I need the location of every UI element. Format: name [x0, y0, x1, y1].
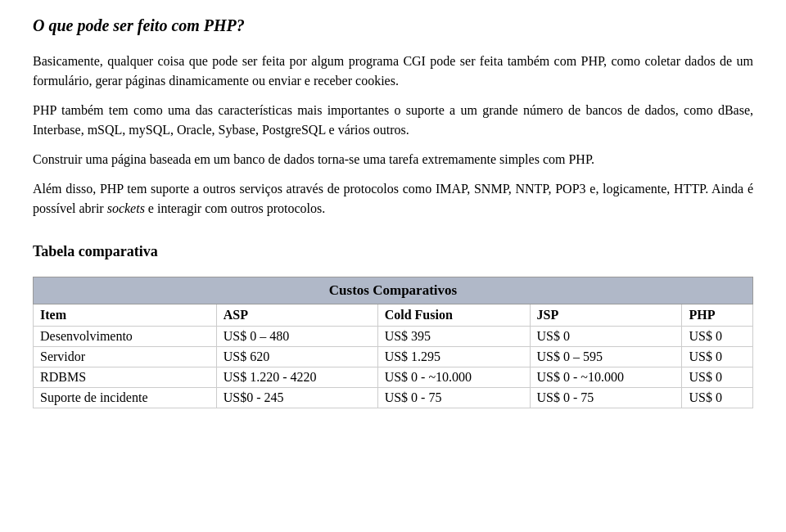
- column-header-row: Item ASP Cold Fusion JSP PHP: [34, 304, 753, 327]
- table-row: Servidor US$ 620 US$ 1.295 US$ 0 – 595 U…: [34, 347, 753, 367]
- row-desenvolvimento-jsp: US$ 0: [530, 327, 682, 347]
- row-rdbms-jsp: US$ 0 - ~10.000: [530, 367, 682, 388]
- row-servidor-cf: US$ 1.295: [377, 347, 530, 367]
- paragraph-3: Construir uma página baseada em um banco…: [33, 150, 753, 169]
- row-suporte-label: Suporte de incidente: [34, 388, 217, 408]
- table-row: Desenvolvimento US$ 0 – 480 US$ 395 US$ …: [34, 327, 753, 347]
- row-rdbms-php: US$ 0: [682, 367, 753, 388]
- section-title: Tabela comparativa: [33, 243, 753, 260]
- row-servidor-label: Servidor: [34, 347, 217, 367]
- row-rdbms-cf: US$ 0 - ~10.000: [377, 367, 530, 388]
- page-title: O que pode ser feito com PHP?: [33, 16, 753, 35]
- row-servidor-php: US$ 0: [682, 347, 753, 367]
- comparison-table: Custos Comparativos Item ASP Cold Fusion…: [33, 277, 753, 408]
- row-rdbms-asp: US$ 1.220 - 4220: [216, 367, 377, 388]
- col-header-jsp: JSP: [530, 304, 682, 327]
- row-suporte-jsp: US$ 0 - 75: [530, 388, 682, 408]
- row-suporte-cf: US$ 0 - 75: [377, 388, 530, 408]
- row-servidor-asp: US$ 620: [216, 347, 377, 367]
- table-wrapper: Custos Comparativos Item ASP Cold Fusion…: [33, 277, 753, 408]
- col-header-php: PHP: [682, 304, 753, 327]
- row-desenvolvimento-cf: US$ 395: [377, 327, 530, 347]
- row-desenvolvimento-label: Desenvolvimento: [34, 327, 217, 347]
- table-header-row: Custos Comparativos: [34, 277, 753, 304]
- row-desenvolvimento-asp: US$ 0 – 480: [216, 327, 377, 347]
- table-row: Suporte de incidente US$0 - 245 US$ 0 - …: [34, 388, 753, 408]
- row-rdbms-label: RDBMS: [34, 367, 217, 388]
- paragraph-1: Basicamente, qualquer coisa que pode ser…: [33, 52, 753, 91]
- row-desenvolvimento-php: US$ 0: [682, 327, 753, 347]
- paragraph-2: PHP também tem como uma das característi…: [33, 101, 753, 140]
- row-servidor-jsp: US$ 0 – 595: [530, 347, 682, 367]
- row-suporte-php: US$ 0: [682, 388, 753, 408]
- row-suporte-asp: US$0 - 245: [216, 388, 377, 408]
- col-header-coldfusion: Cold Fusion: [377, 304, 530, 327]
- table-row: RDBMS US$ 1.220 - 4220 US$ 0 - ~10.000 U…: [34, 367, 753, 388]
- col-header-asp: ASP: [216, 304, 377, 327]
- table-header-cell: Custos Comparativos: [34, 277, 753, 304]
- paragraph-4: Além disso, PHP tem suporte a outros ser…: [33, 179, 753, 219]
- col-header-item: Item: [34, 304, 217, 327]
